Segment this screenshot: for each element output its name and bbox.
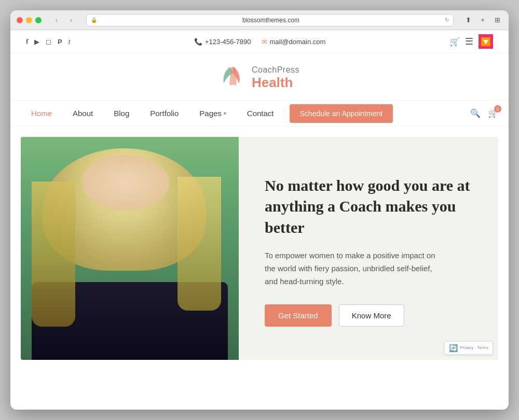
- facebook-icon[interactable]: 𝐟: [26, 37, 28, 46]
- get-started-button[interactable]: Get Started: [265, 304, 332, 327]
- phone-number: +123-456-7890: [205, 38, 251, 46]
- cart-icon[interactable]: 🛒 0: [488, 108, 498, 118]
- top-bar-right: 🛒 ☰ 🔽: [449, 34, 493, 49]
- hero-image: [21, 137, 239, 360]
- logo-brand: CoachPress: [252, 65, 299, 75]
- nav-portfolio[interactable]: Portfolio: [140, 101, 189, 126]
- nav-pages[interactable]: Pages ▾: [189, 101, 237, 126]
- nav-about[interactable]: About: [62, 101, 103, 126]
- browser-window: ‹ › 🔒 blossomthemes.com ↻ ⬆ + ⊞ 𝐟 ▶ ◻ P …: [10, 10, 509, 410]
- youtube-icon[interactable]: ▶: [34, 38, 39, 46]
- pinterest-icon[interactable]: P: [58, 38, 62, 46]
- minimize-window-btn[interactable]: [26, 17, 32, 23]
- refresh-icon: ↻: [445, 17, 449, 23]
- nav-right-actions: 🔍 🛒 0: [470, 108, 498, 118]
- top-bar: 𝐟 ▶ ◻ P t 📞 +123-456-7890 ✉ mail@domain.…: [10, 30, 509, 53]
- grid-icon[interactable]: ⊞: [492, 15, 502, 25]
- chevron-down-icon: ▾: [224, 110, 226, 116]
- maximize-window-btn[interactable]: [35, 17, 42, 23]
- recaptcha-badge: 🔄 Privacy - Terms: [444, 341, 493, 355]
- browser-titlebar: ‹ › 🔒 blossomthemes.com ↻ ⬆ + ⊞: [10, 10, 509, 30]
- svg-point-0: [230, 67, 236, 73]
- email-address: mail@domain.com: [270, 38, 326, 46]
- nav-home[interactable]: Home: [21, 101, 62, 126]
- cart-icon-topbar[interactable]: 🛒: [449, 37, 460, 47]
- browser-actions: ⬆ + ⊞: [463, 15, 502, 25]
- logo-icon: [220, 63, 247, 93]
- instagram-icon[interactable]: ◻: [46, 38, 51, 46]
- email-contact: ✉ mail@domain.com: [262, 38, 326, 46]
- forward-button[interactable]: ›: [65, 15, 77, 26]
- traffic-lights: [17, 17, 42, 23]
- schedule-appointment-button[interactable]: Schedule an Appointment: [290, 104, 393, 123]
- url-text: blossomthemes.com: [99, 17, 443, 24]
- hero-description: To empower women to make a positive impa…: [265, 249, 441, 288]
- twitter-icon[interactable]: t: [69, 38, 71, 46]
- social-icons: 𝐟 ▶ ◻ P t: [26, 37, 70, 46]
- contact-info: 📞 +123-456-7890 ✉ mail@domain.com: [194, 38, 325, 46]
- search-icon[interactable]: 🔍: [470, 108, 481, 118]
- know-more-button[interactable]: Know More: [339, 304, 404, 327]
- email-icon: ✉: [262, 38, 267, 46]
- main-navigation: Home About Blog Portfolio Pages ▾ Contac…: [10, 100, 509, 127]
- browser-controls: ‹ ›: [51, 15, 77, 26]
- cart-badge: 0: [494, 105, 501, 113]
- lock-icon: 🔒: [91, 17, 97, 23]
- hero-buttons: Get Started Know More: [265, 304, 477, 327]
- logo-area: CoachPress Health: [10, 53, 509, 100]
- phone-icon: 📞: [194, 38, 202, 46]
- nav-blog[interactable]: Blog: [103, 101, 140, 126]
- share-icon[interactable]: ⬆: [463, 15, 473, 25]
- recaptcha-text: Privacy - Terms: [460, 345, 488, 351]
- new-tab-icon[interactable]: +: [477, 15, 488, 25]
- hero-section: No matter how good you are at anything a…: [21, 137, 498, 360]
- close-window-btn[interactable]: [17, 17, 23, 23]
- phone-contact: 📞 +123-456-7890: [194, 38, 251, 46]
- hero-title: No matter how good you are at anything a…: [265, 175, 477, 239]
- pink-menu-btn[interactable]: 🔽: [479, 34, 493, 49]
- logo-text: CoachPress Health: [252, 65, 299, 91]
- address-bar[interactable]: 🔒 blossomthemes.com ↻: [86, 14, 454, 26]
- recaptcha-icon: 🔄: [449, 344, 458, 352]
- logo-product: Health: [252, 75, 299, 91]
- nav-contact[interactable]: Contact: [237, 101, 284, 126]
- hero-content: No matter how good you are at anything a…: [239, 137, 498, 360]
- back-button[interactable]: ‹: [51, 15, 62, 26]
- hamburger-menu[interactable]: ☰: [465, 36, 473, 47]
